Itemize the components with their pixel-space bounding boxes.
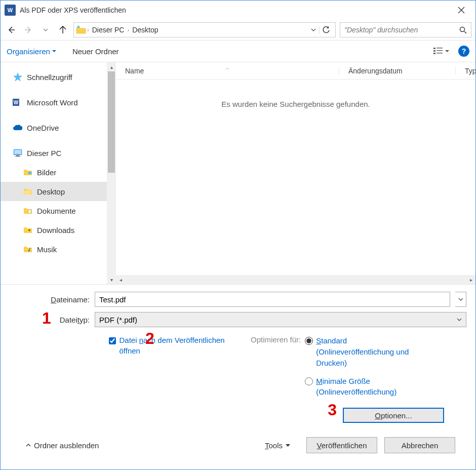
filetype-label: Dateityp: [15, 316, 90, 324]
search-icon[interactable] [459, 26, 467, 34]
chevron-down-icon [457, 317, 462, 322]
arrow-left-icon [7, 25, 16, 34]
open-after-label[interactable]: Datei nach dem Veröffentlichen öffnen [119, 335, 235, 356]
navigation-sidebar: Schnellzugriff W Microsoft Word OneDrive… [1, 62, 107, 284]
refresh-button[interactable] [319, 26, 333, 34]
word-icon: W [13, 98, 23, 107]
optimize-for-label: Optimieren für: [251, 335, 301, 344]
filename-dropdown[interactable] [455, 292, 466, 307]
scroll-right-icon[interactable]: ▸ [466, 277, 475, 283]
forward-button[interactable] [22, 23, 35, 36]
hide-folders-label: Ordner ausblenden [34, 441, 99, 450]
close-button[interactable] [451, 3, 471, 18]
radio-standard-label[interactable]: Standard (Onlineveröffentlichung und Dru… [316, 335, 417, 368]
svg-rect-5 [437, 50, 443, 51]
filename-label: Dateiname: [15, 295, 90, 304]
sidebar-item-word[interactable]: W Microsoft Word [1, 93, 107, 112]
refresh-icon [323, 26, 330, 34]
sidebar-item-label: Bilder [37, 168, 56, 177]
open-after-checkbox[interactable] [109, 337, 116, 345]
organize-menu[interactable]: Organisieren [7, 47, 56, 56]
filetype-select[interactable]: PDF (*.pdf) [95, 312, 466, 327]
search-input[interactable] [344, 26, 459, 34]
back-button[interactable] [5, 23, 18, 36]
breadcrumb-separator: › [86, 27, 90, 33]
sidebar-item-pictures[interactable]: Bilder [1, 163, 107, 182]
scroll-down-icon[interactable]: ▾ [107, 275, 116, 284]
svg-rect-13 [16, 155, 19, 156]
svg-rect-2 [433, 48, 435, 49]
optimize-radio-group: Standard (Onlineveröffentlichung und Dru… [305, 335, 417, 398]
sidebar-item-thispc[interactable]: Dieser PC [1, 143, 107, 163]
sidebar-item-desktop[interactable]: Desktop [1, 182, 107, 201]
filename-input[interactable] [95, 292, 450, 307]
radio-standard[interactable]: Standard (Onlineveröffentlichung und Dru… [305, 335, 417, 368]
column-header-name[interactable]: ︿ Name [116, 67, 339, 75]
sidebar-item-quickaccess[interactable]: Schnellzugriff [1, 67, 107, 87]
folder-icon [76, 26, 86, 34]
arrow-right-icon [24, 25, 33, 34]
filetype-row: 1 Dateityp: PDF (*.pdf) [15, 312, 466, 327]
horizontal-scrollbar[interactable]: ◂ ▸ [116, 275, 475, 284]
scroll-left-icon[interactable]: ◂ [116, 277, 125, 283]
up-button[interactable] [56, 23, 69, 36]
cloud-icon [13, 123, 23, 132]
annotation-1: 1 [42, 309, 51, 328]
cancel-button[interactable]: Abbrechen [384, 437, 455, 453]
radio-minimal-input[interactable] [305, 377, 313, 385]
svg-rect-14 [15, 156, 20, 157]
search-box[interactable] [340, 22, 471, 37]
sidebar-item-onedrive[interactable]: OneDrive [1, 118, 107, 137]
sidebar-item-label: Desktop [37, 187, 65, 196]
view-icon [433, 47, 443, 56]
scrollbar-thumb[interactable] [108, 71, 115, 173]
chevron-down-icon [43, 27, 48, 32]
svg-rect-4 [433, 50, 435, 52]
sidebar-scrollbar[interactable]: ▴ ▾ [107, 62, 116, 284]
radio-minimal[interactable]: Minimale Größe (Onlineveröffentlichung) [305, 376, 417, 398]
tools-menu[interactable]: Tools [265, 441, 290, 450]
recent-dropdown[interactable] [39, 23, 52, 36]
arrow-up-icon [58, 25, 67, 34]
navigation-row: › Dieser PC › Desktop [1, 20, 475, 40]
sort-indicator-icon: ︿ [225, 65, 230, 71]
window-title: Als PDF oder XPS veröffentlichen [20, 6, 451, 14]
filename-row: Dateiname: [15, 292, 466, 307]
column-header-type[interactable]: Typ [455, 67, 475, 75]
word-app-icon: W [5, 5, 16, 16]
svg-rect-0 [77, 26, 80, 28]
dropdown-arrow-icon [445, 49, 449, 53]
folder-icon [23, 206, 33, 215]
radio-minimal-label[interactable]: Minimale Größe (Onlineveröffentlichung) [316, 376, 417, 398]
address-bar[interactable]: › Dieser PC › Desktop [73, 22, 336, 37]
svg-rect-3 [437, 48, 443, 49]
options-button[interactable]: Optionen... [343, 408, 444, 423]
breadcrumb-item[interactable]: Desktop [130, 26, 160, 34]
svg-rect-12 [14, 150, 21, 154]
svg-point-1 [460, 27, 465, 31]
folder-open-icon [23, 187, 33, 196]
scroll-up-icon[interactable]: ▴ [107, 62, 116, 71]
publish-button[interactable]: Veröffentlichen [306, 437, 377, 453]
options-button-row: 3 Optionen... [15, 403, 466, 423]
sidebar-item-documents[interactable]: Dokumente [1, 201, 107, 220]
organize-label: Organisieren [7, 47, 50, 56]
sidebar-item-label: Downloads [37, 226, 74, 234]
sidebar-item-downloads[interactable]: Downloads [1, 220, 107, 240]
radio-standard-input[interactable] [305, 337, 313, 345]
address-dropdown[interactable] [308, 27, 319, 32]
column-header-date[interactable]: Änderungsdatum [339, 67, 455, 75]
save-dialog-window: W Als PDF oder XPS veröffentlichen › Die… [0, 0, 476, 470]
help-button[interactable]: ? [458, 46, 469, 57]
new-folder-button[interactable]: Neuer Ordner [72, 47, 119, 56]
file-list-area: ︿ Name Änderungsdatum Typ Es wurden kein… [116, 62, 475, 284]
breadcrumb-separator: › [126, 27, 130, 33]
dialog-body: Schnellzugriff W Microsoft Word OneDrive… [1, 62, 475, 284]
hide-folders-toggle[interactable]: Ordner ausblenden [26, 441, 99, 450]
close-icon [458, 7, 465, 14]
breadcrumb-item[interactable]: Dieser PC [90, 26, 127, 34]
empty-results-message: Es wurden keine Suchergebnisse gefunden. [116, 80, 475, 129]
view-dropdown[interactable] [445, 49, 449, 53]
sidebar-item-music[interactable]: Musik [1, 240, 107, 259]
view-options-button[interactable] [433, 47, 443, 56]
